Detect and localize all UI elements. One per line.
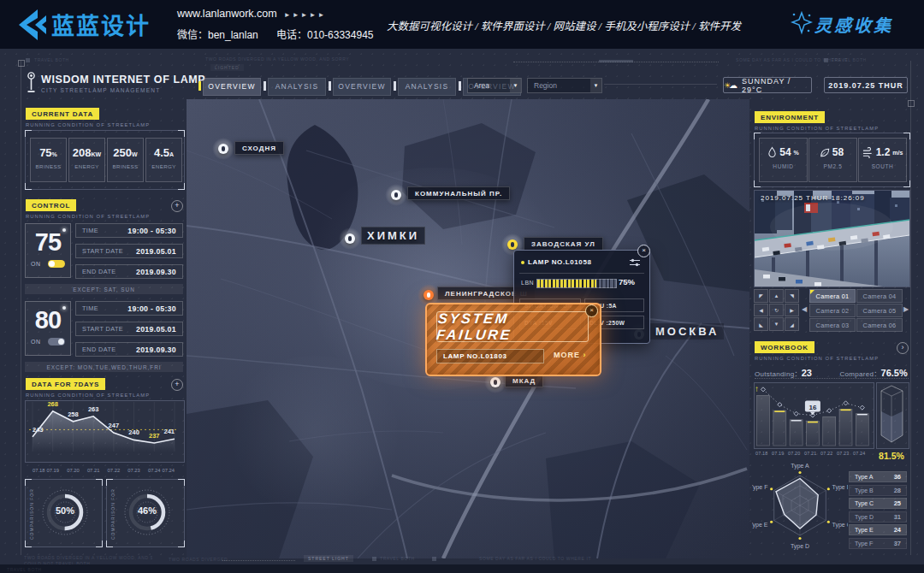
map-label[interactable]: ХИМКИ — [361, 227, 425, 245]
lamp-pin-kommunalny[interactable] — [385, 184, 407, 206]
legend-label: Type A — [855, 474, 873, 480]
dpad-down-right-icon[interactable]: ◢ — [785, 317, 799, 331]
row-label: TIME — [82, 304, 98, 312]
website-link[interactable]: www.lanlanwork.com — [177, 8, 277, 20]
svg-text:07.18: 07.18 — [33, 468, 45, 473]
legend-row-type-c[interactable]: Type C25 — [849, 498, 907, 509]
legend-row-type-d[interactable]: Type D31 — [849, 511, 907, 523]
tab-analysis-1[interactable]: ANALYSIS — [268, 78, 326, 96]
city-map[interactable]: СХОДНЯ КОММУНАЛЬНЫЙ ПР. ХИМКИ ЗАВОДСКАЯ … — [187, 99, 749, 558]
sparkle-icon — [791, 11, 813, 35]
dpad-right-icon[interactable]: ▶ — [785, 304, 799, 317]
end-date-row[interactable]: END DATE 2019.09.30 — [75, 264, 183, 279]
stat-energy-a: 4.5A ENERGY — [145, 138, 182, 182]
time-row[interactable]: TIME 19:00 - 05:30 — [75, 301, 183, 316]
lamp-pin-khimki[interactable] — [339, 227, 361, 250]
more-button[interactable]: MORE › — [554, 351, 587, 359]
phone-text: 电话：010-63334945 — [276, 29, 373, 41]
svg-text:Type F: Type F — [752, 484, 767, 491]
prism-chart — [876, 384, 908, 447]
camera-button-03[interactable]: Camera 03 — [809, 318, 856, 332]
end-date-row[interactable]: END DATE 2019.09.30 — [75, 342, 183, 357]
map-label[interactable]: ЗАВОДСКАЯ УЛ — [524, 237, 603, 251]
expand-week-button[interactable]: + — [171, 379, 183, 391]
brightness-bar[interactable] — [536, 279, 617, 288]
dpad-down-icon[interactable]: ▼ — [769, 317, 784, 331]
legend-row-type-a[interactable]: Type A36 — [849, 471, 907, 482]
start-date-row[interactable]: START DATE 2019.05.01 — [75, 244, 183, 258]
svg-text:243: 243 — [33, 426, 44, 434]
workbook-next-button[interactable]: › — [897, 342, 909, 354]
camera-button-02[interactable]: Camera 02 — [809, 304, 856, 317]
divider — [519, 273, 644, 274]
svg-text:Type E: Type E — [752, 522, 768, 529]
system-failure-alert: SYSTEM FAILURE LAMP NO.L01803 MORE › — [425, 303, 601, 376]
except-bar: EXCEPT: MON,TUE,WED,THUR,FRI — [25, 362, 183, 372]
dpad-left-icon[interactable]: ◀ — [754, 304, 768, 317]
brightness-level-value: 75 — [26, 224, 70, 260]
dpad-up-icon[interactable]: ▲ — [769, 289, 784, 303]
alert-close-icon[interactable]: × — [585, 304, 598, 317]
env-label: PM2.5 — [809, 163, 856, 169]
camera-button-04[interactable]: Camera 04 — [856, 289, 903, 303]
stat-label: BRINESS — [31, 163, 66, 169]
stat-label: BRINESS — [108, 163, 143, 169]
time-row[interactable]: TIME 19:00 - 05:30 — [75, 223, 183, 238]
map-label[interactable]: СХОДНЯ — [234, 141, 284, 155]
row-label: END DATE — [82, 268, 116, 275]
camera-button-06[interactable]: Camera 06 — [856, 318, 903, 332]
tab-overview-2[interactable]: OVERVIEW — [333, 78, 391, 96]
camera-next-icon[interactable]: ▶ — [903, 305, 909, 313]
dpad-up-right-icon[interactable]: ◥ — [785, 289, 799, 303]
dpad-down-left-icon[interactable]: ◣ — [754, 317, 768, 331]
sliders-icon[interactable] — [629, 258, 641, 267]
region-select[interactable]: Region ▼ — [527, 78, 602, 93]
legend-label: Type F — [855, 541, 873, 546]
lamp-toggle[interactable] — [48, 260, 65, 268]
stat-energy-kw: 208KW ENERGY — [68, 138, 105, 182]
camera-prev-icon[interactable]: ◀ — [802, 305, 807, 313]
workbook-subtitle: RUNNING CONDITION OF STREETLAMP — [755, 356, 879, 361]
row-value: 2019.05.01 — [136, 247, 176, 256]
brightness-level-box: 80 ON — [25, 301, 71, 356]
workbook-stats-row: Outstanding：23 Compared：76.5% ↑ — [755, 364, 909, 379]
legend-value: 28 — [894, 487, 901, 494]
camera-view[interactable] — [754, 190, 910, 287]
camera-button-01[interactable]: Camera 01 — [809, 289, 856, 303]
workbook-percent: 81.5% — [874, 451, 909, 461]
lamp-toggle[interactable] — [48, 338, 65, 346]
brightness-level-value: 80 — [26, 302, 70, 338]
compared-value: 76.5% — [881, 368, 908, 378]
add-control-button[interactable]: + — [171, 200, 183, 212]
current-data-subtitle: RUNNING CONDITION OF STREETLAMP — [26, 122, 150, 127]
dpad-up-left-icon[interactable]: ◤ — [754, 289, 768, 303]
row-label: START DATE — [82, 247, 123, 255]
legend-row-type-e[interactable]: Type E24 — [849, 524, 907, 535]
map-label[interactable]: КОММУНАЛЬНЫЙ ПР. — [407, 186, 510, 200]
decor-checkbox — [26, 58, 30, 62]
camera-button-05[interactable]: Camera 05 — [856, 304, 903, 317]
tab-overview-1[interactable]: OVERVIEW — [203, 78, 261, 96]
lamp-pin-skhodnya[interactable] — [212, 138, 234, 160]
stat-value: 75% — [31, 146, 66, 159]
collect-link[interactable]: 灵感收集 — [814, 12, 893, 37]
decor-text: TRAVEL BOTH — [380, 556, 415, 561]
gauge-value: 50% — [50, 505, 80, 516]
dpad-refresh-icon[interactable]: ↻ — [769, 304, 784, 317]
popup-close-icon[interactable]: × — [637, 245, 650, 257]
compared-label: Compared： — [839, 370, 880, 378]
legend-row-type-b[interactable]: Type B28 — [849, 485, 907, 496]
area-select[interactable]: Area ▼ — [467, 78, 522, 93]
ruler-mark — [908, 100, 915, 107]
start-date-row[interactable]: START DATE 2019.05.01 — [75, 322, 183, 336]
map-label[interactable]: МОСКВА — [650, 323, 724, 340]
tab-analysis-2[interactable]: ANALYSIS — [398, 78, 456, 96]
svg-text:268: 268 — [47, 400, 58, 408]
logo-text: 蓝蓝设计 — [51, 8, 151, 41]
lanlan-logo-icon — [14, 9, 50, 41]
legend-row-type-f[interactable]: Type F37 — [849, 538, 907, 549]
legend-label: Type E — [855, 527, 874, 533]
env-value: 54 — [779, 146, 791, 158]
date-tick: 07.19 — [772, 451, 785, 456]
env-value: 58 — [832, 146, 844, 158]
